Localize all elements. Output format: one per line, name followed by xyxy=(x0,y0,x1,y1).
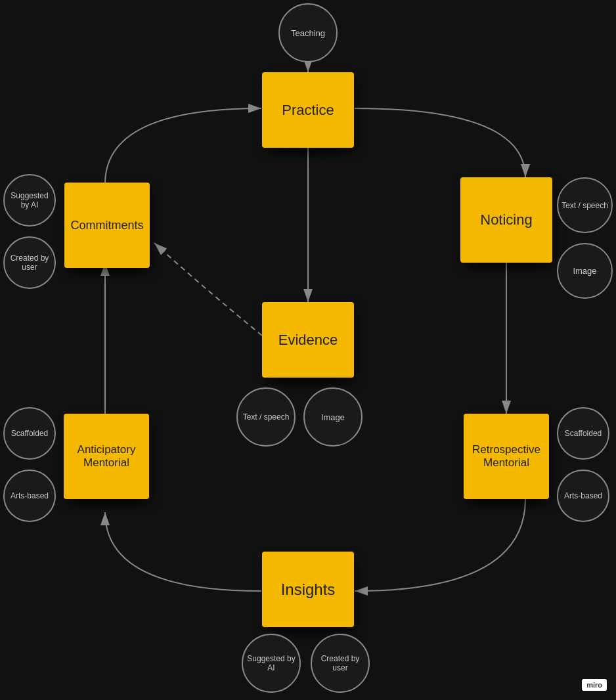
text-speech-right-top-label: Text / speech xyxy=(559,198,611,213)
commitments-note[interactable]: Commitments xyxy=(64,183,150,268)
created-user-left-label: Created by user xyxy=(5,251,55,274)
suggested-ai-bottom-label: Suggested by AI xyxy=(243,651,299,675)
text-speech-right-top-circle: Text / speech xyxy=(557,177,613,233)
scaffolded-left-label: Scaffolded xyxy=(9,426,51,441)
text-speech-center-label: Text / speech xyxy=(240,410,292,424)
arts-based-left-label: Arts-based xyxy=(8,489,51,503)
arts-based-left-circle: Arts-based xyxy=(3,470,56,522)
insights-note[interactable]: Insights xyxy=(262,552,354,627)
created-user-bottom-label: Created by user xyxy=(312,651,368,675)
image-center-circle: Image xyxy=(303,387,363,447)
retrospective-label: Retrospective Mentorial xyxy=(464,443,549,470)
practice-label: Practice xyxy=(282,102,334,119)
created-user-bottom-circle: Created by user xyxy=(311,634,370,693)
text-speech-center-circle: Text / speech xyxy=(236,387,296,447)
suggested-ai-bottom-circle: Suggested by AI xyxy=(242,634,301,693)
commitments-label: Commitments xyxy=(70,219,143,232)
arts-based-right-label: Arts-based xyxy=(561,489,605,503)
teaching-label: Teaching xyxy=(291,28,325,38)
anticipatory-note[interactable]: Anticipatory Mentorial xyxy=(64,414,149,499)
evidence-note[interactable]: Evidence xyxy=(262,302,354,378)
created-user-left-circle: Created by user xyxy=(3,236,56,289)
suggested-ai-left-circle: Suggested by AI xyxy=(3,174,56,227)
suggested-ai-left-label: Suggested by AI xyxy=(5,188,55,212)
scaffolded-right-label: Scaffolded xyxy=(562,426,605,441)
image-right-top-circle: Image xyxy=(557,243,613,299)
scaffolded-left-circle: Scaffolded xyxy=(3,407,56,460)
miro-badge: miro xyxy=(582,679,607,691)
image-right-top-label: Image xyxy=(573,266,596,276)
evidence-label: Evidence xyxy=(278,332,338,349)
scaffolded-right-circle: Scaffolded xyxy=(557,407,609,460)
noticing-note[interactable]: Noticing xyxy=(460,177,552,263)
image-center-label: Image xyxy=(321,412,345,422)
teaching-circle: Teaching xyxy=(278,3,338,62)
arts-based-right-circle: Arts-based xyxy=(557,470,609,522)
noticing-label: Noticing xyxy=(480,211,532,229)
practice-note[interactable]: Practice xyxy=(262,72,354,148)
anticipatory-label: Anticipatory Mentorial xyxy=(64,443,149,470)
insights-label: Insights xyxy=(281,580,336,599)
retrospective-note[interactable]: Retrospective Mentorial xyxy=(464,414,549,499)
